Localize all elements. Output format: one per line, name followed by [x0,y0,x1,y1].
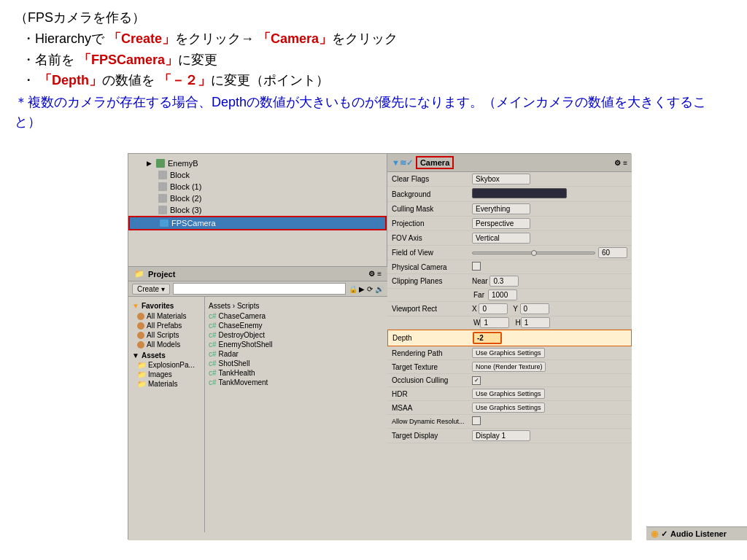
hierarchy-item-fpscamera[interactable]: FPSCamera [128,216,387,230]
far-label: Far [473,291,488,299]
inspector-row-background: Background [387,187,632,202]
assets-item-images[interactable]: 📁 Images [128,370,204,379]
inst-line-1: （FPSカメラを作る） [15,7,732,28]
dynamicres-checkbox[interactable] [472,416,481,425]
script-item-radar[interactable]: c# Radar [205,349,387,359]
inspector-subrow-wh: W 1 H 1 [387,316,632,330]
clipping-near[interactable]: 0.3 [489,276,519,287]
viewport-y[interactable]: 0 [520,303,549,314]
prefabs-icon [137,322,144,330]
msaa-value: Use Graphics Settings [472,402,627,413]
clearflags-value: Skybox [472,174,627,184]
assets-label-explosion: ExplosionPa... [148,361,195,369]
inst-text-2-prefix: ・Hierarchyで [22,31,108,46]
cullingmask-dropdown[interactable]: Everything [472,203,530,214]
script-item-chaseenemy[interactable]: c# ChaseEnemy [205,321,387,330]
depth-value: -2 [473,332,627,344]
block-icon [158,171,167,179]
projection-dropdown[interactable]: Perspective [472,218,530,229]
targettexture-label: Target Texture [392,363,472,371]
fav-item-prefabs[interactable]: All Prefabs [128,321,204,330]
hierarchy-item-enemyb[interactable]: ▶ EnemyB [128,158,387,169]
hierarchy-item-block2[interactable]: Block (2) [128,192,387,204]
inst-text-2-red2: 「Camera」 [258,31,332,46]
hdr-dropdown[interactable]: Use Graphics Settings [472,389,545,399]
depth-input[interactable]: -2 [473,332,502,344]
fav-item-models[interactable]: All Models [128,340,204,349]
fov-slider[interactable] [472,252,595,254]
hierarchy-item-block3[interactable]: Block (3) [128,204,387,216]
hierarchy-item-block1[interactable]: Block (1) [128,181,387,192]
images-folder-icon: 📁 [137,370,146,378]
renderingpath-dropdown[interactable]: Use Graphics Settings [472,348,545,358]
script-label-tankhealth: TankHealth [219,369,255,377]
assets-item-explosion[interactable]: 📁 ExplosionPa... [128,360,204,370]
clearflags-dropdown[interactable]: Skybox [472,174,530,184]
inspector-row-fov: Field of View 60 [387,246,632,260]
viewport-value: X 0 Y 0 [472,303,627,314]
audio-checkbox[interactable]: ✓ [661,529,667,539]
assets-title: Assets [142,351,166,359]
background-color-swatch[interactable] [472,188,567,198]
inst-text-3-red: 「FPSCamera」 [78,52,178,67]
dynamicres-value [472,416,627,427]
arrow-icon: ▶ [147,160,152,167]
search-input[interactable] [173,283,346,295]
hierarchy-label-block2: Block (2) [170,194,201,203]
fav-item-scripts[interactable]: All Scripts [128,330,204,340]
inst-text-3-prefix: ・名前を [22,52,78,67]
msaa-dropdown[interactable]: Use Graphics Settings [472,402,545,413]
materials-icon [137,313,144,320]
background-value [472,188,627,200]
inspector-row-targettexture: Target Texture None (Render Texture) [387,360,632,374]
fovaxis-dropdown[interactable]: Vertical [472,233,530,244]
viewport-x[interactable]: 0 [479,303,508,314]
assets-item-materials[interactable]: 📁 Materials [128,379,204,389]
script-label-radar: Radar [219,350,239,358]
instructions-area: （FPSカメラを作る） ・Hierarchyで 「Create」をクリック→ 「… [0,0,747,138]
camera-header-icons: ▼≋✓ [392,158,413,168]
hierarchy-item-block[interactable]: Block [128,169,387,181]
script-item-shotshell[interactable]: c# ShotShell [205,359,387,368]
favorites-panel: ▼ Favorites All Materials All Prefabs Al… [128,297,205,532]
targetdisplay-dropdown[interactable]: Display 1 [472,430,530,441]
clipping-far[interactable]: 1000 [488,289,517,300]
script-item-enemyshotshell[interactable]: c# EnemyShotShell [205,340,387,349]
fovaxis-value: Vertical [472,233,627,244]
cullingmask-value: Everything [472,203,627,214]
hierarchy-label-block: Block [170,171,190,179]
inspector-header: ▼≋✓ Camera ⚙ ≡ [387,154,632,172]
script-item-chasecamera[interactable]: c# ChaseCamera [205,311,387,321]
explosion-folder-icon: 📁 [137,361,146,369]
block3-icon [158,206,167,214]
tankhealth-icon: c# [209,369,217,377]
fov-value[interactable]: 60 [598,247,627,258]
hierarchy-label-enemyb: EnemyB [168,159,198,168]
materials-folder-icon: 📁 [137,380,146,388]
viewport-h[interactable]: 1 [521,317,550,328]
targettexture-dropdown[interactable]: None (Render Texture) [472,362,546,372]
script-item-tankmovement[interactable]: c# TankMovement [205,378,387,387]
assets-label-images: Images [148,370,172,378]
inst-line-3: ・名前を 「FPSCamera」に変更 [15,50,732,71]
fav-item-materials[interactable]: All Materials [128,311,204,321]
script-label-chaseenemy: ChaseEnemy [219,322,263,330]
inspector-row-msaa: MSAA Use Graphics Settings [387,401,632,415]
background-label: Background [392,190,472,198]
block1-icon [158,182,167,191]
inst-text-3-suffix: に変更 [178,52,217,67]
favorites-title: Favorites [142,302,174,310]
audio-listener-row: ◉ ✓ Audio Listener ⚙ ≡ [646,526,747,540]
viewport-w[interactable]: 1 [480,317,509,328]
script-item-destroyobject[interactable]: c# DestroyObject [205,330,387,340]
physicalcamera-checkbox[interactable] [472,262,481,271]
occlusionculling-checkbox[interactable]: ✓ [472,376,481,385]
script-item-tankhealth[interactable]: c# TankHealth [205,368,387,378]
script-label-enemyshotshell: EnemyShotShell [219,341,273,349]
inspector-row-projection: Projection Perspective [387,217,632,231]
viewport-label: Viewport Rect [392,305,472,313]
fav-label-materials: All Materials [147,312,186,320]
create-button[interactable]: Create ▾ [132,284,170,295]
enemy-icon [156,159,165,168]
script-label-shotshell: ShotShell [219,359,250,368]
